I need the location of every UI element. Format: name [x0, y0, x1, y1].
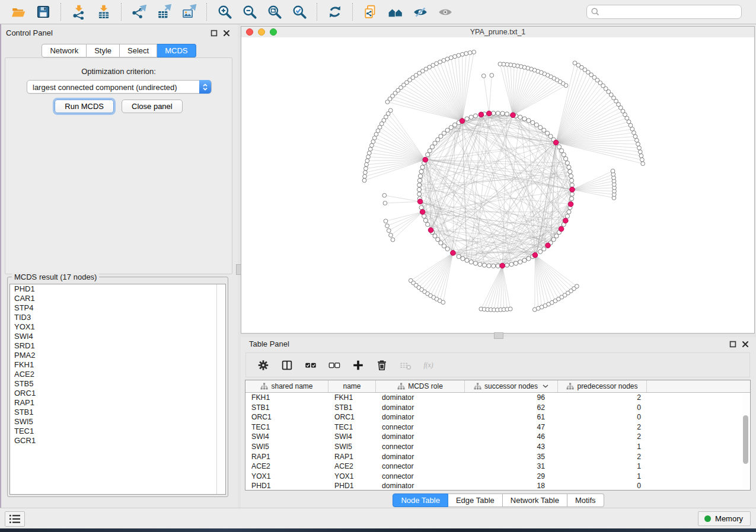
column-header-predecessor-nodes[interactable]: predecessor nodes [558, 380, 647, 392]
search-box[interactable] [586, 5, 742, 19]
graph-node[interactable] [505, 263, 509, 267]
zoom-in-button[interactable] [213, 2, 237, 22]
graph-node[interactable] [461, 257, 465, 261]
import-network-button[interactable] [67, 2, 91, 22]
close-panel-icon[interactable] [223, 30, 230, 37]
graph-node[interactable] [368, 147, 372, 151]
graph-node[interactable] [542, 128, 546, 132]
table-close-icon[interactable] [742, 341, 749, 348]
graph-node[interactable] [522, 117, 527, 121]
graph-node[interactable] [442, 244, 446, 248]
graph-hub-node[interactable] [559, 226, 564, 232]
graph-node[interactable] [538, 249, 543, 254]
graph-node[interactable] [490, 73, 494, 78]
table-row[interactable]: SWI4SWI4dominator462 [245, 432, 750, 442]
cell-name[interactable]: ACE2 [328, 462, 376, 472]
result-node[interactable]: CAR1 [10, 294, 225, 303]
cell-MCDS-role[interactable]: dominator [376, 481, 465, 491]
table-row[interactable]: ORC1ORC1dominator610 [245, 412, 750, 422]
cell-MCDS-role[interactable]: connector [376, 422, 465, 432]
graph-node[interactable] [508, 307, 512, 311]
import-table-button[interactable] [92, 2, 116, 22]
cell-predecessor-nodes[interactable]: 0 [558, 481, 647, 491]
graph-node[interactable] [417, 183, 422, 187]
graph-node[interactable] [428, 149, 432, 153]
result-node[interactable]: FKH1 [10, 360, 225, 370]
cell-MCDS-role[interactable]: dominator [376, 452, 465, 462]
result-node[interactable]: RAP1 [10, 398, 225, 408]
graph-node[interactable] [473, 114, 477, 118]
graph-node[interactable] [419, 206, 423, 210]
cell-shared-name[interactable]: STB1 [245, 403, 328, 413]
mcds-result-list[interactable]: PHD1CAR1STP4TID3YOX1SWI4SRD1PMA2FKH1ACE2… [9, 284, 226, 495]
graph-node[interactable] [469, 115, 473, 119]
cell-successor-nodes[interactable]: 43 [465, 442, 558, 452]
graph-node[interactable] [564, 156, 568, 161]
graph-node[interactable] [498, 62, 502, 66]
graph-node[interactable] [575, 284, 579, 289]
graph-node[interactable] [460, 52, 464, 56]
export-network-button[interactable] [127, 2, 151, 22]
graph-node[interactable] [492, 111, 496, 116]
graph-hub-node[interactable] [532, 252, 538, 258]
cell-predecessor-nodes[interactable]: 1 [558, 472, 647, 482]
cell-name[interactable]: RAP1 [328, 452, 376, 462]
run-mcds-button[interactable]: Run MCDS [55, 100, 114, 113]
cell-MCDS-role[interactable]: dominator [376, 403, 465, 413]
graph-node[interactable] [382, 193, 387, 197]
graph-node[interactable] [419, 169, 423, 174]
duplicate-network-button[interactable] [359, 2, 382, 22]
graph-node[interactable] [500, 111, 505, 116]
network-graph[interactable] [241, 37, 754, 333]
cell-predecessor-nodes[interactable]: 0 [558, 412, 647, 422]
cell-successor-nodes[interactable]: 62 [465, 403, 558, 413]
cell-predecessor-nodes[interactable]: 2 [558, 452, 647, 462]
table-float-icon[interactable] [729, 341, 736, 348]
table-row[interactable]: YOX1YOX1connector291 [245, 472, 750, 482]
graph-node[interactable] [546, 131, 550, 135]
graph-node[interactable] [505, 112, 509, 116]
graph-node[interactable] [478, 262, 482, 267]
cell-name[interactable]: ORC1 [328, 412, 376, 422]
graph-node[interactable] [426, 222, 430, 226]
result-node[interactable]: PHD1 [10, 284, 225, 294]
graph-hub-node[interactable] [417, 199, 423, 204]
graph-hub-node[interactable] [500, 263, 505, 268]
graph-node[interactable] [542, 247, 546, 251]
graph-node[interactable] [417, 192, 422, 196]
graph-hub-node[interactable] [460, 118, 465, 124]
result-node[interactable]: PMA2 [10, 351, 225, 360]
tab-mcds[interactable]: MCDS [157, 44, 196, 57]
graph-node[interactable] [611, 169, 615, 173]
zoom-out-button[interactable] [238, 2, 261, 22]
graph-node[interactable] [385, 224, 390, 228]
float-panel-icon[interactable] [210, 30, 218, 37]
graph-node[interactable] [426, 153, 430, 157]
sort-chevron-icon[interactable] [543, 384, 548, 388]
graph-node[interactable] [636, 142, 640, 146]
graph-node[interactable] [391, 238, 395, 242]
graph-node[interactable] [567, 165, 571, 169]
graph-hub-node[interactable] [568, 201, 573, 207]
cell-MCDS-role[interactable]: connector [376, 472, 465, 482]
graph-node[interactable] [473, 261, 477, 265]
table-scrollbar-thumb[interactable] [743, 415, 748, 464]
cell-name[interactable]: PHD1 [328, 481, 376, 491]
result-list-scrollbar[interactable] [216, 284, 225, 494]
graph-node[interactable] [487, 264, 491, 268]
graph-node[interactable] [365, 159, 369, 163]
graph-node[interactable] [387, 229, 391, 233]
zoom-selected-button[interactable] [288, 2, 311, 22]
graph-node[interactable] [568, 169, 572, 174]
graph-node[interactable] [518, 260, 522, 264]
export-table-button[interactable] [152, 2, 176, 22]
cell-successor-nodes[interactable]: 47 [465, 422, 558, 432]
graph-node[interactable] [481, 74, 486, 78]
graph-hub-node[interactable] [546, 243, 551, 248]
cell-predecessor-nodes[interactable]: 2 [558, 432, 647, 442]
cell-name[interactable]: YOX1 [328, 472, 376, 482]
graph-node[interactable] [518, 115, 522, 119]
graph-node[interactable] [560, 149, 564, 153]
graph-node[interactable] [513, 261, 518, 265]
tab-edge-table[interactable]: Edge Table [448, 493, 503, 507]
